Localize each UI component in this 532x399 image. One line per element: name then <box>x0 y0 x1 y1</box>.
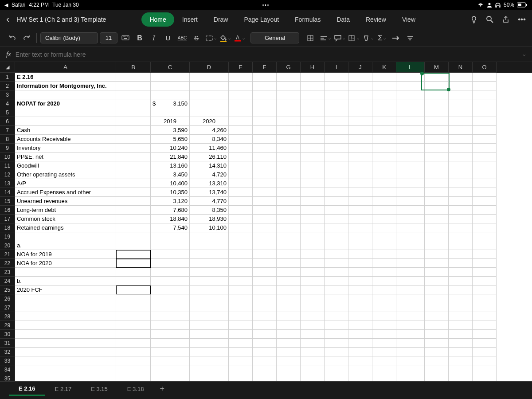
cell-I32[interactable] <box>325 348 348 356</box>
cell-L16[interactable] <box>396 206 425 215</box>
cell-G35[interactable] <box>277 374 301 381</box>
cell-H30[interactable] <box>301 330 325 339</box>
cell-G2[interactable] <box>277 82 301 90</box>
cell-I23[interactable] <box>325 268 348 277</box>
cell-I31[interactable] <box>325 339 348 348</box>
cell-O34[interactable] <box>473 365 497 374</box>
cell-D4[interactable] <box>190 99 229 108</box>
font-name-select[interactable]: Calibri (Body) <box>40 32 98 43</box>
cell-G33[interactable] <box>277 356 301 365</box>
cell-M32[interactable] <box>425 348 449 356</box>
cell-I9[interactable] <box>325 144 348 153</box>
cell-G15[interactable] <box>277 197 301 206</box>
cell-D22[interactable] <box>190 259 229 268</box>
underline-button[interactable]: U <box>162 34 174 42</box>
cell-A30[interactable] <box>15 330 116 339</box>
cell-E33[interactable] <box>229 356 253 365</box>
cell-O25[interactable] <box>473 286 497 294</box>
cell-A34[interactable] <box>15 365 116 374</box>
cell-M10[interactable] <box>425 153 449 161</box>
multitask-dots[interactable]: ••• <box>180 3 352 8</box>
font-color-button[interactable]: A⌵ <box>233 35 245 42</box>
cell-F30[interactable] <box>253 330 277 339</box>
cell-B25[interactable] <box>116 286 151 294</box>
cell-M27[interactable] <box>425 303 449 312</box>
cell-F4[interactable] <box>253 99 277 108</box>
cell-O31[interactable] <box>473 339 497 348</box>
cell-M9[interactable] <box>425 144 449 153</box>
cell-C11[interactable]: 13,160 <box>151 161 190 170</box>
share-icon[interactable] <box>502 16 510 23</box>
cell-J22[interactable] <box>348 259 372 268</box>
cell-F5[interactable] <box>253 108 277 117</box>
strikethrough-button[interactable]: S <box>190 34 203 42</box>
cell-F24[interactable] <box>253 277 277 286</box>
cell-B34[interactable] <box>116 365 151 374</box>
cell-G11[interactable] <box>277 161 301 170</box>
cell-G26[interactable] <box>277 294 301 303</box>
insert-cells-button[interactable] <box>305 35 317 42</box>
cell-H32[interactable] <box>301 348 325 356</box>
cell-I16[interactable] <box>325 206 348 215</box>
cell-E5[interactable] <box>229 108 253 117</box>
row-header[interactable]: 14 <box>0 188 15 197</box>
cell-C29[interactable] <box>151 321 190 330</box>
cell-B6[interactable] <box>116 117 151 126</box>
cell-E23[interactable] <box>229 268 253 277</box>
cell-L34[interactable] <box>396 365 425 374</box>
cell-J13[interactable] <box>348 179 372 188</box>
back-button[interactable]: ‹ <box>6 14 9 25</box>
cell-A26[interactable] <box>15 294 116 303</box>
cell-E32[interactable] <box>229 348 253 356</box>
chevron-down-icon[interactable]: ⌵ <box>523 51 526 57</box>
cell-M11[interactable] <box>425 161 449 170</box>
cell-M4[interactable] <box>425 99 449 108</box>
more-icon[interactable]: ••• <box>518 15 526 24</box>
cell-O26[interactable] <box>473 294 497 303</box>
sheet-tab-2[interactable]: E 2.17 <box>45 383 82 395</box>
cell-D7[interactable]: 4,260 <box>190 126 229 135</box>
cell-K5[interactable] <box>372 108 396 117</box>
cell-L30[interactable] <box>396 330 425 339</box>
tab-home[interactable]: Home <box>141 12 174 27</box>
row-header[interactable]: 13 <box>0 179 15 188</box>
cell-D25[interactable] <box>190 286 229 294</box>
cell-O3[interactable] <box>473 90 497 99</box>
cell-H29[interactable] <box>301 321 325 330</box>
cell-O5[interactable] <box>473 108 497 117</box>
cell-E29[interactable] <box>229 321 253 330</box>
row-header[interactable]: 3 <box>0 90 15 99</box>
cell-N10[interactable] <box>449 153 473 161</box>
cell-B7[interactable] <box>116 126 151 135</box>
row-header[interactable]: 1 <box>0 73 15 82</box>
cell-H5[interactable] <box>301 108 325 117</box>
cell-A29[interactable] <box>15 321 116 330</box>
cell-E27[interactable] <box>229 303 253 312</box>
col-header-E[interactable]: E <box>229 62 253 73</box>
cell-N35[interactable] <box>449 374 473 381</box>
cell-D32[interactable] <box>190 348 229 356</box>
cell-F29[interactable] <box>253 321 277 330</box>
cell-L3[interactable] <box>396 90 425 99</box>
spellcheck-button[interactable]: ABC <box>176 35 188 40</box>
cell-F28[interactable] <box>253 312 277 321</box>
document-title[interactable]: HW Set 1 (Ch 2 and 3) Template <box>16 16 106 23</box>
cell-K29[interactable] <box>372 321 396 330</box>
cell-I19[interactable] <box>325 232 348 241</box>
cell-D35[interactable] <box>190 374 229 381</box>
cell-H20[interactable] <box>301 241 325 250</box>
cell-L35[interactable] <box>396 374 425 381</box>
cell-O11[interactable] <box>473 161 497 170</box>
cell-B26[interactable] <box>116 294 151 303</box>
cell-B5[interactable] <box>116 108 151 117</box>
cell-L13[interactable] <box>396 179 425 188</box>
row-header[interactable]: 6 <box>0 117 15 126</box>
cell-M20[interactable] <box>425 241 449 250</box>
cell-A27[interactable] <box>15 303 116 312</box>
row-header[interactable]: 18 <box>0 223 15 232</box>
cell-N26[interactable] <box>449 294 473 303</box>
cell-B23[interactable] <box>116 268 151 277</box>
cell-D12[interactable]: 4,720 <box>190 170 229 179</box>
cell-O6[interactable] <box>473 117 497 126</box>
cell-L4[interactable] <box>396 99 425 108</box>
